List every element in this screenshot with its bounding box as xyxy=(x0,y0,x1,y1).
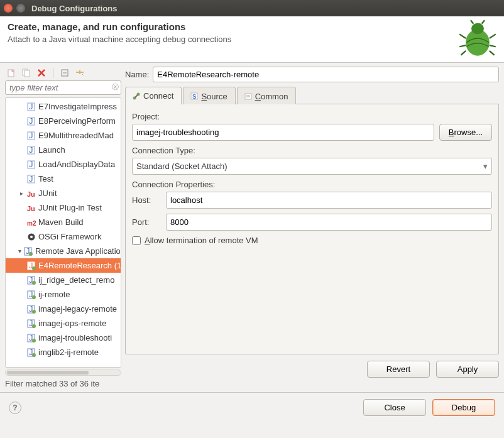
filter-input[interactable] xyxy=(5,80,121,95)
eclipse-debug-icon xyxy=(456,19,499,58)
osgi-icon xyxy=(27,233,36,241)
scrollbar-thumb[interactable] xyxy=(7,371,89,375)
port-input[interactable] xyxy=(166,214,492,231)
java-file-icon: J xyxy=(27,131,36,140)
tree-item[interactable]: JE7InvestigateImpress xyxy=(6,99,121,114)
java-file-icon: J xyxy=(27,117,36,126)
svg-point-31 xyxy=(32,281,36,285)
tree-item[interactable]: JTest xyxy=(6,172,121,186)
debug-button[interactable]: Debug xyxy=(432,399,495,416)
allow-termination-checkbox[interactable]: Allow termination of remote VM xyxy=(132,236,492,245)
duplicate-config-icon[interactable] xyxy=(21,68,31,78)
tree-item-selected[interactable]: JE4RemoteResearch (1 xyxy=(6,258,121,273)
tree-item[interactable]: OSGi Framework xyxy=(6,229,121,244)
connection-type-label: Connection Type: xyxy=(132,146,492,155)
tree-item[interactable]: JuJUnit Plug-in Test xyxy=(6,200,121,215)
help-button[interactable]: ? xyxy=(9,402,21,414)
tab-connect[interactable]: Connect xyxy=(125,87,182,104)
source-icon: s xyxy=(190,92,199,101)
clear-filter-icon[interactable]: ⓧ xyxy=(112,82,119,92)
tree-item[interactable]: Jimagej-ops-remote xyxy=(6,316,121,331)
tree-item[interactable]: Jimagej-legacy-remote xyxy=(6,302,121,316)
tree-item[interactable]: ▸JuJUnit xyxy=(6,186,121,200)
new-config-icon[interactable] xyxy=(6,68,16,78)
tree-item[interactable]: JLaunch xyxy=(6,143,121,157)
host-label: Host: xyxy=(132,195,161,205)
svg-line-3 xyxy=(482,20,485,24)
svg-point-37 xyxy=(32,310,36,314)
tree-item[interactable]: Jimagej-troubleshooti xyxy=(6,331,121,345)
host-input[interactable] xyxy=(166,192,492,209)
tree-item-label: imglib2-ij-remote xyxy=(38,348,99,357)
name-input[interactable] xyxy=(153,67,499,82)
tree-item[interactable]: JLoadAndDisplayData xyxy=(6,157,121,172)
tree-item[interactable]: JE8PerceivingPerform xyxy=(6,114,121,128)
common-icon xyxy=(244,92,253,101)
java-file-icon: J xyxy=(27,175,36,183)
connection-type-select[interactable]: Standard (Socket Attach) ▾ xyxy=(132,158,492,175)
svg-text:J: J xyxy=(29,160,33,169)
minimize-window-icon[interactable] xyxy=(16,4,25,13)
tree-item-label: JUnit Plug-in Test xyxy=(38,203,102,212)
filter-icon[interactable] xyxy=(75,68,85,78)
tree-item[interactable]: m2Maven Build xyxy=(6,215,121,229)
window-title: Debug Configurations xyxy=(31,4,118,13)
tree-item[interactable]: ▾JRemote Java Application xyxy=(6,244,121,258)
delete-config-icon[interactable] xyxy=(36,68,47,78)
expander-icon[interactable]: ▸ xyxy=(18,190,25,197)
tree-item[interactable]: Jimglib2-ij-remote xyxy=(6,345,121,359)
revert-button[interactable]: Revert xyxy=(367,361,430,378)
svg-point-34 xyxy=(32,295,36,299)
svg-text:J: J xyxy=(29,175,33,183)
tab-source[interactable]: s Source xyxy=(183,87,235,104)
apply-revert-row: Revert Apply xyxy=(125,361,499,378)
tab-common[interactable]: Common xyxy=(237,87,297,104)
collapse-all-icon[interactable] xyxy=(60,68,70,78)
connection-type-value: Standard (Socket Attach) xyxy=(136,162,227,171)
expander-icon[interactable]: ▾ xyxy=(18,248,21,255)
tree-item-label: E8PerceivingPerform xyxy=(38,116,116,126)
apply-button[interactable]: Apply xyxy=(436,361,499,378)
remote-icon: J xyxy=(27,319,36,328)
svg-point-1 xyxy=(471,23,484,35)
tab-source-label: Source xyxy=(201,92,227,101)
remote-icon: J xyxy=(27,290,36,299)
svg-point-25 xyxy=(29,252,33,256)
java-file-icon: J xyxy=(27,146,36,155)
tab-common-label: Common xyxy=(255,92,288,101)
tree-item[interactable]: JE9MultithreadedMad xyxy=(6,128,121,143)
dialog-header: Create, manage, and run configurations A… xyxy=(0,16,504,63)
tree-item-label: OSGi Framework xyxy=(38,232,101,241)
port-label: Port: xyxy=(132,217,161,227)
svg-rect-6 xyxy=(25,70,30,77)
tree-item[interactable]: Jij_ridge_detect_remo xyxy=(6,273,121,287)
horizontal-scrollbar[interactable] xyxy=(5,370,121,376)
svg-text:J: J xyxy=(29,146,33,155)
allow-termination-input[interactable] xyxy=(132,236,141,245)
browse-button[interactable]: Browse... xyxy=(439,124,492,141)
maven-icon: m2 xyxy=(27,218,36,227)
dialog-footer: ? Close Debug xyxy=(0,392,504,422)
tree-item-label: E4RemoteResearch (1 xyxy=(38,261,121,270)
filter-status: Filter matched 33 of 36 ite xyxy=(5,378,121,390)
svg-point-22 xyxy=(30,236,33,238)
window-titlebar: Debug Configurations xyxy=(0,0,504,16)
tree-item-label: Launch xyxy=(38,145,65,155)
tree-item-label: ij-remote xyxy=(38,290,70,299)
remote-icon: J xyxy=(27,348,36,357)
tree-item-label: imagej-ops-remote xyxy=(38,319,106,328)
header-subtitle: Attach to a Java virtual machine accepti… xyxy=(8,35,496,44)
chevron-down-icon: ▾ xyxy=(483,162,488,171)
filter-field[interactable]: ⓧ xyxy=(5,80,121,95)
remote-icon: J xyxy=(27,334,36,342)
remote-icon: J xyxy=(27,261,36,270)
svg-point-46 xyxy=(32,353,36,357)
config-tree[interactable]: JE7InvestigateImpressJE8PerceivingPerfor… xyxy=(5,97,121,368)
svg-line-49 xyxy=(135,95,138,97)
close-button[interactable]: Close xyxy=(363,399,426,416)
svg-point-28 xyxy=(32,266,36,270)
close-window-icon[interactable] xyxy=(4,4,13,13)
svg-text:J: J xyxy=(29,131,33,140)
tree-item[interactable]: Jij-remote xyxy=(6,287,121,302)
project-input[interactable] xyxy=(132,124,434,141)
